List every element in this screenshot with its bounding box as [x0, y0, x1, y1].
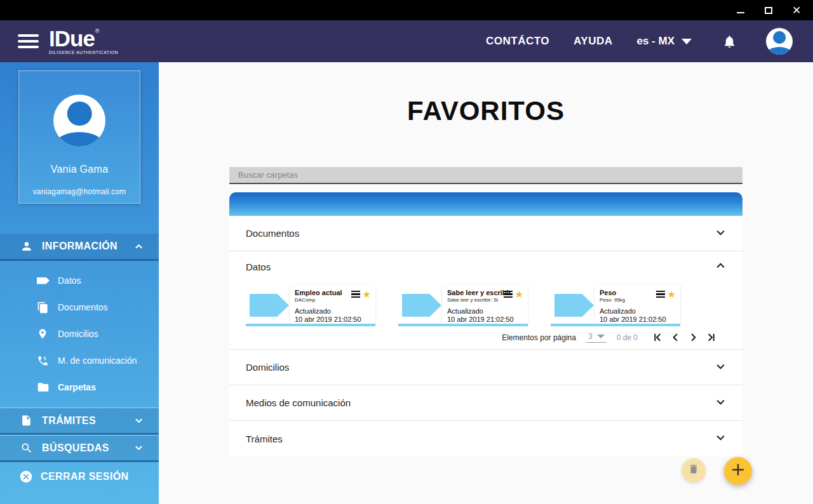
accordion-row-tramites[interactable]: Trámites: [229, 421, 742, 456]
accordion-row-medios[interactable]: Medios de comunicación: [229, 385, 742, 421]
location-pin-icon: [37, 328, 50, 340]
accordion-row-documentos[interactable]: Documentos: [229, 216, 742, 251]
chevron-up-icon: [715, 260, 726, 273]
card-status: Actualizado: [295, 307, 371, 315]
registered-mark: ®: [95, 29, 100, 34]
search-input[interactable]: [229, 167, 742, 184]
chevron-down-icon: [134, 416, 144, 425]
close-icon[interactable]: ✕: [791, 5, 802, 15]
sidebar-item-domicilios[interactable]: Domicilios: [0, 321, 159, 347]
accordion-row-label: Trámites: [246, 434, 283, 444]
chevron-down-icon: [597, 335, 605, 338]
sidebar-item-label: Datos: [58, 275, 81, 286]
card-date: 10 abr 2019 21:02:50: [600, 315, 676, 323]
accordion-row-domicilios[interactable]: Domicilios: [229, 350, 742, 385]
trash-icon: [688, 463, 699, 477]
sidebar-section-label: BÚSQUEDAS: [42, 442, 134, 454]
card-date: 10 abr 2019 21:02:50: [447, 315, 523, 323]
profile-name: Vania Gama: [19, 164, 140, 175]
page-size-value: 3: [588, 332, 593, 341]
chevron-up-icon: [134, 242, 144, 251]
sidebar-section-label: INFORMACIÓN: [42, 241, 134, 252]
datos-panel: Empleo actual DAComp ★ Actualizado 10 ab…: [229, 282, 742, 350]
profile-avatar: [53, 95, 105, 147]
profile-card: Vania Gama vaniagamag@hotmail.com: [18, 70, 140, 204]
favorite-card[interactable]: Empleo actual DAComp ★ Actualizado 10 ab…: [246, 282, 375, 326]
sidebar-item-label: Domicilios: [58, 329, 98, 339]
card-status: Actualizado: [447, 307, 523, 315]
card-menu-icon[interactable]: [504, 289, 513, 299]
plus-icon: [730, 462, 746, 480]
page-title: FAVORITOS: [159, 96, 813, 126]
add-button[interactable]: [724, 457, 752, 485]
page-range: 0 de 0: [617, 333, 638, 342]
tag-icon: [37, 274, 50, 287]
bell-icon[interactable]: [722, 34, 737, 49]
chevron-down-icon: [715, 227, 726, 240]
favorite-card[interactable]: Sabe leer y escribir Sabe leer y escribi…: [398, 282, 528, 326]
folder-icon: [37, 381, 50, 394]
user-avatar[interactable]: [766, 28, 793, 55]
accordion-row-label: Documentos: [246, 228, 299, 239]
page-size-select[interactable]: 3: [586, 332, 607, 343]
maximize-icon[interactable]: [763, 5, 774, 15]
previous-page-icon[interactable]: [671, 333, 680, 342]
phone-icon: [37, 354, 50, 367]
accordion-row-label: Domicilios: [246, 362, 289, 373]
tag-arrow-icon: [402, 294, 441, 317]
card-menu-icon[interactable]: [351, 289, 360, 299]
sidebar-section-informacion[interactable]: INFORMACIÓN: [0, 234, 159, 261]
search-icon: [20, 442, 33, 454]
favorite-card[interactable]: Peso Peso: 95kg ★ Actualizado 10 abr 201…: [551, 282, 680, 326]
chevron-down-icon: [134, 443, 144, 453]
language-selector[interactable]: es - MX: [636, 35, 692, 48]
accordion-row-datos[interactable]: Datos: [229, 251, 742, 282]
minimize-icon[interactable]: [736, 5, 746, 15]
sidebar: Vania Gama vaniagamag@hotmail.com INFORM…: [0, 62, 159, 504]
star-icon[interactable]: ★: [515, 289, 523, 299]
chevron-down-icon: [715, 361, 726, 374]
sidebar-item-label: Documentos: [58, 302, 108, 312]
last-page-icon[interactable]: [706, 333, 716, 342]
tag-arrow-icon: [554, 294, 594, 317]
sidebar-item-comunicacion[interactable]: M. de comunicación: [0, 347, 159, 374]
card-underline: [246, 324, 375, 326]
sidebar-section-busquedas[interactable]: BÚSQUEDAS: [0, 435, 159, 462]
chevron-down-icon: [715, 397, 726, 409]
sidebar-item-label: M. de comunicación: [58, 355, 137, 366]
card-underline: [551, 324, 680, 326]
first-page-icon[interactable]: [653, 333, 662, 342]
sidebar-nav: INFORMACIÓN Datos Documentos Domicilios: [0, 234, 159, 491]
menu-icon[interactable]: [18, 31, 39, 51]
next-page-icon[interactable]: [689, 333, 698, 342]
card-date: 10 abr 2019 21:02:50: [295, 315, 371, 323]
close-circle-icon: [19, 470, 33, 484]
delete-button[interactable]: [682, 458, 706, 482]
accordion-row-label: Medios de comunicación: [246, 397, 351, 408]
nav-help-link[interactable]: AYUDA: [574, 35, 612, 48]
logo-tagline: DILIGENCE AUTHENTICATION: [49, 51, 118, 55]
person-icon: [20, 240, 33, 253]
sidebar-section-tramites[interactable]: TRÁMITES: [0, 408, 159, 435]
tag-arrow-icon: [250, 294, 289, 317]
chevron-down-icon: [682, 39, 692, 44]
star-icon[interactable]: ★: [363, 289, 371, 299]
logout-label: CERRAR SESIÓN: [41, 471, 129, 482]
logout-button[interactable]: CERRAR SESIÓN: [0, 462, 159, 491]
main-content: FAVORITOS Documentos Datos: [159, 62, 813, 504]
sidebar-item-label: Carpetas: [58, 382, 96, 392]
language-value: es - MX: [636, 35, 675, 48]
star-icon[interactable]: ★: [668, 289, 676, 299]
document-icon: [20, 414, 33, 427]
accordion-row-label: Datos: [246, 262, 271, 272]
sidebar-item-datos[interactable]: Datos: [0, 267, 159, 294]
card-menu-icon[interactable]: [656, 289, 665, 299]
accordion-header-bar: [229, 192, 742, 216]
sidebar-item-carpetas[interactable]: Carpetas: [0, 374, 159, 401]
profile-email: vaniagamag@hotmail.com: [19, 187, 140, 196]
sidebar-item-documentos[interactable]: Documentos: [0, 294, 159, 321]
pagination: Elementos por página 3 0 de 0: [229, 326, 742, 347]
chevron-down-icon: [715, 432, 726, 445]
app-logo: IDue ® DILIGENCE AUTHENTICATION: [49, 27, 118, 55]
nav-contact-link[interactable]: CONTÁCTO: [486, 35, 549, 48]
